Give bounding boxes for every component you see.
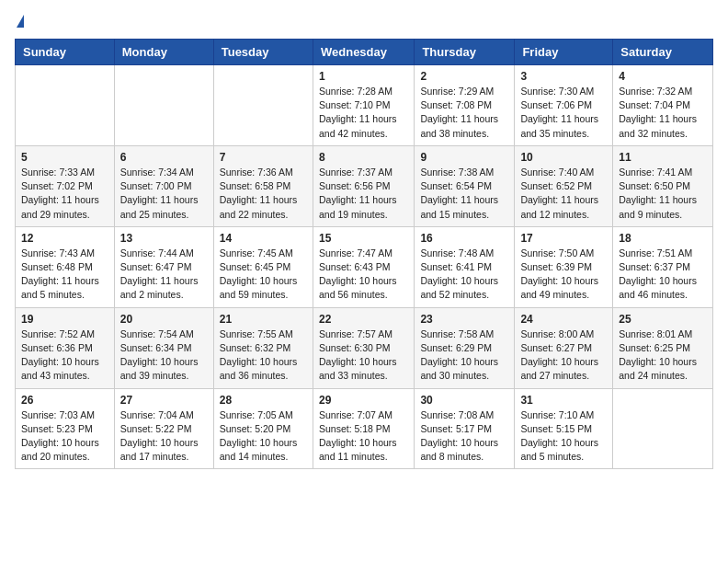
day-info: Sunrise: 7:55 AM Sunset: 6:32 PM Dayligh… (220, 327, 307, 384)
calendar-day-cell: 26Sunrise: 7:03 AM Sunset: 5:23 PM Dayli… (16, 388, 115, 469)
day-number: 7 (220, 151, 307, 164)
day-number: 21 (220, 313, 307, 326)
day-info: Sunrise: 7:30 AM Sunset: 7:06 PM Dayligh… (520, 85, 607, 141)
calendar-day-cell: 18Sunrise: 7:51 AM Sunset: 6:37 PM Dayli… (613, 226, 713, 307)
calendar-day-cell: 8Sunrise: 7:37 AM Sunset: 6:56 PM Daylig… (313, 145, 414, 226)
day-number: 5 (21, 151, 108, 164)
day-number: 9 (420, 151, 508, 164)
day-number: 13 (120, 232, 208, 245)
day-info: Sunrise: 7:45 AM Sunset: 6:45 PM Dayligh… (220, 247, 307, 303)
day-number: 24 (520, 313, 607, 326)
day-number: 15 (319, 232, 408, 245)
calendar-day-cell: 5Sunrise: 7:33 AM Sunset: 7:02 PM Daylig… (16, 145, 115, 226)
day-number: 22 (319, 313, 408, 326)
calendar-day-cell: 9Sunrise: 7:38 AM Sunset: 6:54 PM Daylig… (415, 145, 515, 226)
day-number: 1 (319, 70, 408, 83)
day-number: 23 (420, 313, 508, 326)
day-number: 2 (420, 70, 508, 83)
calendar-day-cell: 22Sunrise: 7:57 AM Sunset: 6:30 PM Dayli… (313, 307, 414, 388)
calendar-day-cell: 3Sunrise: 7:30 AM Sunset: 7:06 PM Daylig… (515, 65, 613, 146)
calendar-day-cell: 20Sunrise: 7:54 AM Sunset: 6:34 PM Dayli… (114, 307, 213, 388)
day-number: 4 (619, 70, 707, 83)
calendar-day-cell: 6Sunrise: 7:34 AM Sunset: 7:00 PM Daylig… (114, 145, 213, 226)
day-number: 28 (220, 394, 307, 407)
day-number: 8 (319, 151, 408, 164)
calendar-week-row: 26Sunrise: 7:03 AM Sunset: 5:23 PM Dayli… (16, 388, 713, 469)
day-number: 3 (520, 70, 607, 83)
calendar-day-cell: 14Sunrise: 7:45 AM Sunset: 6:45 PM Dayli… (213, 226, 313, 307)
page-header (15, 15, 713, 28)
calendar-week-row: 12Sunrise: 7:43 AM Sunset: 6:48 PM Dayli… (16, 226, 713, 307)
calendar-day-cell: 30Sunrise: 7:08 AM Sunset: 5:17 PM Dayli… (415, 388, 515, 469)
day-number: 14 (220, 232, 307, 245)
day-info: Sunrise: 7:40 AM Sunset: 6:52 PM Dayligh… (520, 166, 607, 222)
calendar-header-row: SundayMondayTuesdayWednesdayThursdayFrid… (16, 40, 713, 65)
day-info: Sunrise: 7:54 AM Sunset: 6:34 PM Dayligh… (120, 327, 208, 384)
day-info: Sunrise: 7:08 AM Sunset: 5:17 PM Dayligh… (420, 408, 508, 465)
calendar-day-cell: 25Sunrise: 8:01 AM Sunset: 6:25 PM Dayli… (613, 307, 713, 388)
calendar-day-cell: 10Sunrise: 7:40 AM Sunset: 6:52 PM Dayli… (515, 145, 613, 226)
day-info: Sunrise: 7:47 AM Sunset: 6:43 PM Dayligh… (319, 247, 408, 303)
day-info: Sunrise: 7:32 AM Sunset: 7:04 PM Dayligh… (619, 85, 707, 141)
day-info: Sunrise: 7:38 AM Sunset: 6:54 PM Dayligh… (420, 166, 508, 222)
calendar-day-cell: 29Sunrise: 7:07 AM Sunset: 5:18 PM Dayli… (313, 388, 414, 469)
day-info: Sunrise: 7:41 AM Sunset: 6:50 PM Dayligh… (619, 166, 707, 222)
day-info: Sunrise: 7:28 AM Sunset: 7:10 PM Dayligh… (319, 85, 408, 141)
day-info: Sunrise: 7:52 AM Sunset: 6:36 PM Dayligh… (21, 327, 108, 384)
calendar-day-cell: 1Sunrise: 7:28 AM Sunset: 7:10 PM Daylig… (313, 65, 414, 146)
calendar-day-cell: 21Sunrise: 7:55 AM Sunset: 6:32 PM Dayli… (213, 307, 313, 388)
day-number: 26 (21, 394, 108, 407)
calendar-day-header: Monday (114, 40, 213, 65)
day-number: 30 (420, 394, 508, 407)
day-number: 6 (120, 151, 208, 164)
calendar-day-cell: 12Sunrise: 7:43 AM Sunset: 6:48 PM Dayli… (16, 226, 115, 307)
calendar-day-cell: 27Sunrise: 7:04 AM Sunset: 5:22 PM Dayli… (114, 388, 213, 469)
logo-icon (17, 15, 24, 28)
day-info: Sunrise: 7:29 AM Sunset: 7:08 PM Dayligh… (420, 85, 508, 141)
day-info: Sunrise: 7:44 AM Sunset: 6:47 PM Dayligh… (120, 247, 208, 303)
calendar-day-cell (114, 65, 213, 146)
day-info: Sunrise: 7:03 AM Sunset: 5:23 PM Dayligh… (21, 408, 108, 465)
calendar-day-cell (613, 388, 713, 469)
calendar-day-cell: 11Sunrise: 7:41 AM Sunset: 6:50 PM Dayli… (613, 145, 713, 226)
calendar-day-header: Sunday (16, 40, 115, 65)
calendar-day-header: Tuesday (213, 40, 313, 65)
day-info: Sunrise: 7:57 AM Sunset: 6:30 PM Dayligh… (319, 327, 408, 384)
day-number: 19 (21, 313, 108, 326)
calendar-week-row: 1Sunrise: 7:28 AM Sunset: 7:10 PM Daylig… (16, 65, 713, 146)
day-number: 20 (120, 313, 208, 326)
day-info: Sunrise: 7:37 AM Sunset: 6:56 PM Dayligh… (319, 166, 408, 222)
logo (15, 15, 24, 28)
day-info: Sunrise: 8:01 AM Sunset: 6:25 PM Dayligh… (619, 327, 707, 384)
day-number: 31 (520, 394, 607, 407)
calendar-week-row: 5Sunrise: 7:33 AM Sunset: 7:02 PM Daylig… (16, 145, 713, 226)
day-number: 18 (619, 232, 707, 245)
calendar-day-cell: 15Sunrise: 7:47 AM Sunset: 6:43 PM Dayli… (313, 226, 414, 307)
calendar-day-cell: 4Sunrise: 7:32 AM Sunset: 7:04 PM Daylig… (613, 65, 713, 146)
day-number: 29 (319, 394, 408, 407)
calendar-day-cell: 19Sunrise: 7:52 AM Sunset: 6:36 PM Dayli… (16, 307, 115, 388)
calendar-day-cell (16, 65, 115, 146)
calendar-week-row: 19Sunrise: 7:52 AM Sunset: 6:36 PM Dayli… (16, 307, 713, 388)
calendar-day-cell: 2Sunrise: 7:29 AM Sunset: 7:08 PM Daylig… (415, 65, 515, 146)
day-info: Sunrise: 7:10 AM Sunset: 5:15 PM Dayligh… (520, 408, 607, 465)
calendar-day-header: Wednesday (313, 40, 414, 65)
day-number: 12 (21, 232, 108, 245)
day-number: 27 (120, 394, 208, 407)
day-number: 17 (520, 232, 607, 245)
calendar-day-cell: 7Sunrise: 7:36 AM Sunset: 6:58 PM Daylig… (213, 145, 313, 226)
calendar-table: SundayMondayTuesdayWednesdayThursdayFrid… (15, 39, 713, 469)
day-info: Sunrise: 8:00 AM Sunset: 6:27 PM Dayligh… (520, 327, 607, 384)
day-number: 10 (520, 151, 607, 164)
day-info: Sunrise: 7:05 AM Sunset: 5:20 PM Dayligh… (220, 408, 307, 465)
calendar-day-cell: 24Sunrise: 8:00 AM Sunset: 6:27 PM Dayli… (515, 307, 613, 388)
calendar-day-cell (213, 65, 313, 146)
day-number: 25 (619, 313, 707, 326)
day-info: Sunrise: 7:58 AM Sunset: 6:29 PM Dayligh… (420, 327, 508, 384)
calendar-day-cell: 23Sunrise: 7:58 AM Sunset: 6:29 PM Dayli… (415, 307, 515, 388)
day-info: Sunrise: 7:04 AM Sunset: 5:22 PM Dayligh… (120, 408, 208, 465)
day-info: Sunrise: 7:07 AM Sunset: 5:18 PM Dayligh… (319, 408, 408, 465)
calendar-day-cell: 28Sunrise: 7:05 AM Sunset: 5:20 PM Dayli… (213, 388, 313, 469)
day-info: Sunrise: 7:48 AM Sunset: 6:41 PM Dayligh… (420, 247, 508, 303)
calendar-day-header: Thursday (415, 40, 515, 65)
